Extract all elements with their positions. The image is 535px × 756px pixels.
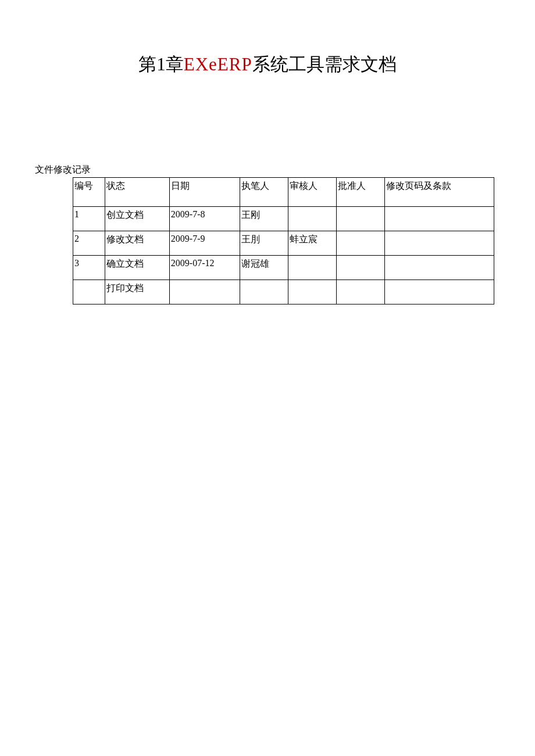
title-red: EXeERP bbox=[184, 54, 252, 74]
cell-reviewer bbox=[288, 256, 337, 280]
cell-approver bbox=[337, 207, 385, 231]
cell-author: 王刖 bbox=[240, 231, 288, 256]
cell-pages bbox=[385, 231, 494, 256]
section-label: 文件修改记录 bbox=[35, 164, 500, 176]
cell-approver bbox=[337, 280, 385, 304]
cell-status: 打印文档 bbox=[105, 280, 170, 304]
title-suffix: 系统工具需求文档 bbox=[252, 54, 397, 74]
header-pages: 修改页码及条款 bbox=[385, 178, 494, 207]
table-row: 1 创立文档 2009-7-8 王刚 bbox=[73, 207, 494, 231]
revision-table: 编号 状态 日期 执笔人 审核人 批准人 修改页码及条款 1 创立文档 2009… bbox=[73, 177, 494, 304]
table-row: 3 确立文档 2009-07-12 谢冠雄 bbox=[73, 256, 494, 280]
table-header-row: 编号 状态 日期 执笔人 审核人 批准人 修改页码及条款 bbox=[73, 178, 494, 207]
table-row: 2 修改文档 2009-7-9 王刖 蚌立宸 bbox=[73, 231, 494, 256]
cell-id: 1 bbox=[73, 207, 105, 231]
cell-status: 修改文档 bbox=[105, 231, 170, 256]
cell-id: 3 bbox=[73, 256, 105, 280]
document-page: 第1章EXeERP系统工具需求文档 文件修改记录 编号 状态 日期 执笔人 审核… bbox=[0, 0, 535, 304]
cell-date: 2009-7-9 bbox=[169, 231, 240, 256]
header-status: 状态 bbox=[105, 178, 170, 207]
cell-status: 确立文档 bbox=[105, 256, 170, 280]
cell-reviewer bbox=[288, 280, 337, 304]
header-author: 执笔人 bbox=[240, 178, 288, 207]
cell-author: 王刚 bbox=[240, 207, 288, 231]
header-approver: 批准人 bbox=[337, 178, 385, 207]
cell-approver bbox=[337, 256, 385, 280]
cell-reviewer: 蚌立宸 bbox=[288, 231, 337, 256]
cell-id bbox=[73, 280, 105, 304]
cell-status: 创立文档 bbox=[105, 207, 170, 231]
header-id: 编号 bbox=[73, 178, 105, 207]
cell-pages bbox=[385, 280, 494, 304]
page-title: 第1章EXeERP系统工具需求文档 bbox=[35, 52, 500, 77]
cell-reviewer bbox=[288, 207, 337, 231]
cell-date: 2009-7-8 bbox=[169, 207, 240, 231]
cell-id: 2 bbox=[73, 231, 105, 256]
cell-date: 2009-07-12 bbox=[169, 256, 240, 280]
title-prefix: 第1章 bbox=[138, 54, 184, 74]
header-date: 日期 bbox=[169, 178, 240, 207]
table-row: 打印文档 bbox=[73, 280, 494, 304]
cell-approver bbox=[337, 231, 385, 256]
cell-author bbox=[240, 280, 288, 304]
cell-pages bbox=[385, 256, 494, 280]
cell-date bbox=[169, 280, 240, 304]
cell-pages bbox=[385, 207, 494, 231]
cell-author: 谢冠雄 bbox=[240, 256, 288, 280]
header-reviewer: 审核人 bbox=[288, 178, 337, 207]
